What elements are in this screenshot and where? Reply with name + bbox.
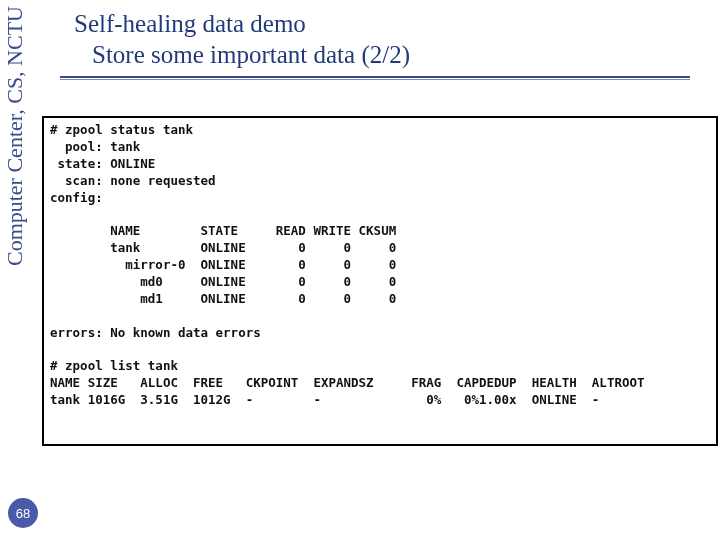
- slide-title-line1: Self-healing data demo: [74, 8, 410, 39]
- slide-title-line2: Store some important data (2/2): [74, 39, 410, 70]
- slide-title: Self-healing data demo Store some import…: [74, 8, 410, 71]
- title-underline: [60, 76, 690, 80]
- page-number-badge: 68: [8, 498, 38, 528]
- terminal-output: # zpool status tank pool: tank state: ON…: [42, 116, 718, 446]
- sidebar-org-label: Computer Center, CS, NCTU: [2, 6, 28, 266]
